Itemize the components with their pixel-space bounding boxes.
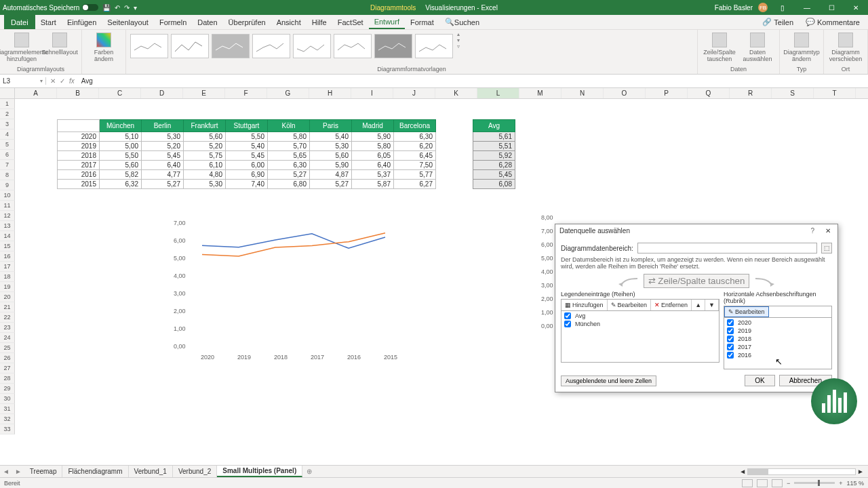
user-avatar[interactable]: FB xyxy=(758,3,768,12)
col-D[interactable]: D xyxy=(141,88,183,98)
table-cell[interactable]: 7,50 xyxy=(394,161,436,170)
enter-formula-icon[interactable]: ✓ xyxy=(60,77,65,85)
row-6[interactable]: 6 xyxy=(0,150,15,160)
save-icon[interactable]: 💾 xyxy=(102,4,111,12)
table-cell[interactable]: 5,60 xyxy=(184,132,226,142)
row-5[interactable]: 5 xyxy=(0,140,15,150)
table-cell[interactable]: 6,80 xyxy=(268,180,310,189)
row-26[interactable]: 26 xyxy=(0,353,15,363)
table-cell[interactable]: 5,90 xyxy=(310,161,352,170)
col-L[interactable]: L xyxy=(477,88,519,98)
legend-item-checkbox[interactable] xyxy=(564,312,571,319)
table-cell[interactable]: 5,30 xyxy=(184,180,226,189)
axis-item-checkbox[interactable] xyxy=(727,327,734,334)
ribbon-display-icon[interactable]: ▯ xyxy=(773,4,792,12)
legend-up-button[interactable]: ▲ xyxy=(692,300,705,310)
cancel-formula-icon[interactable]: ✕ xyxy=(50,77,56,85)
autosave-toggle[interactable]: Automatisches Speichern xyxy=(3,4,98,12)
formula-input[interactable]: Avg xyxy=(79,77,868,85)
tab-formulas[interactable]: Formeln xyxy=(154,15,192,29)
axis-item[interactable]: 2020 xyxy=(724,319,831,327)
table-cell[interactable]: 5,27 xyxy=(268,170,310,180)
row-9[interactable]: 9 xyxy=(0,180,15,190)
table-cell[interactable]: 5,20 xyxy=(142,142,184,151)
row-11[interactable]: 11 xyxy=(0,201,15,211)
tab-search[interactable]: 🔍 Suchen xyxy=(439,15,485,29)
comments-button[interactable]: 💬Kommentare xyxy=(802,18,864,26)
tab-data[interactable]: Daten xyxy=(192,15,222,29)
table-cell[interactable]: 5,10 xyxy=(100,132,142,142)
redo-icon[interactable]: ↷ xyxy=(124,4,130,12)
sheet-tab-3[interactable]: Verbund_2 xyxy=(173,466,217,477)
zoom-out-icon[interactable]: − xyxy=(787,480,790,487)
row-4[interactable]: 4 xyxy=(0,129,15,140)
axis-item-checkbox[interactable] xyxy=(727,319,734,326)
row-30[interactable]: 30 xyxy=(0,394,15,404)
minimize-icon[interactable]: — xyxy=(797,4,816,12)
col-H[interactable]: H xyxy=(309,88,351,98)
tab-design[interactable]: Entwurf xyxy=(369,15,405,29)
table-cell[interactable]: 5,30 xyxy=(142,132,184,142)
sheet-tab-2[interactable]: Verbund_1 xyxy=(129,466,173,477)
scroll-right-icon[interactable]: ► xyxy=(857,468,864,475)
swap-row-col-button[interactable]: ⇄ Zeile/Spalte tauschen xyxy=(644,274,750,288)
name-box[interactable]: L3▾ xyxy=(0,77,46,85)
chart-style-1[interactable] xyxy=(130,34,168,58)
table-cell[interactable]: 5,75 xyxy=(184,151,226,161)
table-cell[interactable]: 5,60 xyxy=(100,161,142,170)
col-K[interactable]: K xyxy=(435,88,477,98)
table-cell[interactable]: 5,40 xyxy=(310,132,352,142)
table-cell[interactable]: 5,00 xyxy=(100,142,142,151)
avg-cell[interactable]: 6,28 xyxy=(473,161,515,170)
row-32[interactable]: 32 xyxy=(0,414,15,424)
table-cell[interactable]: 5,80 xyxy=(352,142,394,151)
row-13[interactable]: 13 xyxy=(0,221,15,231)
add-chart-element-button[interactable]: Diagrammelemente hinzufügen xyxy=(4,31,39,62)
col-A[interactable]: A xyxy=(15,88,57,98)
table-cell[interactable]: 5,27 xyxy=(310,180,352,189)
table-cell[interactable]: 6,30 xyxy=(268,161,310,170)
chart-style-2[interactable] xyxy=(171,34,209,58)
row-24[interactable]: 24 xyxy=(0,333,15,343)
avg-cell[interactable]: 5,92 xyxy=(473,151,515,161)
col-J[interactable]: J xyxy=(393,88,435,98)
chart-style-6[interactable] xyxy=(334,34,372,58)
axis-item[interactable]: 2018 xyxy=(724,335,831,343)
legend-item[interactable]: Avg xyxy=(561,312,719,320)
legend-item-checkbox[interactable] xyxy=(564,321,571,327)
table-cell[interactable]: 5,27 xyxy=(142,180,184,189)
tab-factset[interactable]: FactSet xyxy=(332,15,369,29)
col-M[interactable]: M xyxy=(519,88,561,98)
table-cell[interactable]: 7,40 xyxy=(226,180,268,189)
tab-start[interactable]: Start xyxy=(35,15,62,29)
table-cell[interactable]: 5,50 xyxy=(100,151,142,161)
hidden-cells-button[interactable]: Ausgeblendete und leere Zellen xyxy=(561,375,656,386)
table-cell[interactable]: 5,30 xyxy=(310,142,352,151)
tab-pagelayout[interactable]: Seitenlayout xyxy=(102,15,154,29)
row-29[interactable]: 29 xyxy=(0,384,15,394)
name-dropdown-icon[interactable]: ▾ xyxy=(40,78,43,84)
horizontal-scrollbar[interactable]: ◄ ► xyxy=(739,468,868,475)
toggle-switch-icon[interactable] xyxy=(82,4,98,11)
switch-row-col-button[interactable]: Zeile/Spalte tauschen xyxy=(702,31,737,62)
sheet-tab-4[interactable]: Small Multiples (Panel) xyxy=(217,466,302,477)
col-C[interactable]: C xyxy=(99,88,141,98)
table-cell[interactable]: 6,40 xyxy=(352,161,394,170)
row-18[interactable]: 18 xyxy=(0,272,15,282)
row-3[interactable]: 3 xyxy=(0,119,15,129)
legend-listbox[interactable]: AvgMünchen xyxy=(561,311,719,363)
legend-item[interactable]: München xyxy=(561,320,719,328)
maximize-icon[interactable]: ☐ xyxy=(822,4,841,12)
ok-button[interactable]: OK xyxy=(745,375,774,386)
grid-area[interactable]: A B C D E F G H I J K L M N O P Q R S T … xyxy=(0,88,868,451)
chart-style-8[interactable] xyxy=(415,34,453,58)
table-cell[interactable]: 5,90 xyxy=(352,132,394,142)
row-2[interactable]: 2 xyxy=(0,109,15,119)
move-chart-button[interactable]: Diagramm verschieben xyxy=(828,31,863,62)
table-cell[interactable]: 5,77 xyxy=(394,170,436,180)
table-cell[interactable]: 2015 xyxy=(58,180,100,189)
table-cell[interactable]: 5,40 xyxy=(226,142,268,151)
sheet-nav-prev-icon[interactable]: ◄ xyxy=(0,468,12,475)
data-range-input[interactable] xyxy=(637,243,817,253)
row-28[interactable]: 28 xyxy=(0,373,15,384)
